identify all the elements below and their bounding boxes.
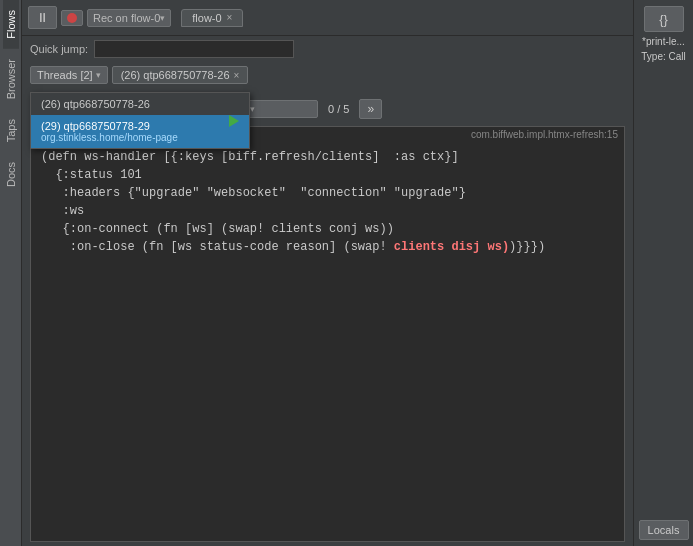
toolbar: ⏸ Rec on flow-0 ▾ flow-0 × bbox=[22, 0, 633, 36]
threads-arrow: ▾ bbox=[96, 70, 101, 80]
sidebar-tab-flows[interactable]: Flows bbox=[3, 0, 19, 49]
thread-popup-item-1[interactable]: (26) qtp668750778-26 bbox=[31, 93, 249, 115]
braces-icon: {} bbox=[659, 12, 668, 27]
flow-tab-label: flow-0 bbox=[192, 12, 221, 24]
quick-jump-label: Quick jump: bbox=[30, 43, 88, 55]
thread-popup-item-2[interactable]: (29) qtp668750778-29 org.stinkless.home/… bbox=[31, 115, 249, 148]
braces-icon-btn[interactable]: {} bbox=[644, 6, 684, 32]
page-separator: / bbox=[337, 103, 340, 115]
sidebar-tab-taps[interactable]: Taps bbox=[3, 109, 19, 152]
flow-tab-close[interactable]: × bbox=[227, 12, 233, 23]
rec-dropdown-arrow: ▾ bbox=[160, 13, 165, 23]
rec-icon bbox=[67, 13, 77, 23]
identity-arrow: ▾ bbox=[250, 104, 255, 114]
thread-tag-label: (26) qtp668750778-26 bbox=[121, 69, 230, 81]
quick-jump-input[interactable] bbox=[94, 40, 294, 58]
flow-tab[interactable]: flow-0 × bbox=[181, 9, 243, 27]
threads-area: Threads [2] ▾ (26) qtp668750778-26 × (26… bbox=[22, 62, 633, 88]
print-label: *print-le... bbox=[642, 36, 685, 47]
type-label: Type: Call bbox=[641, 51, 685, 62]
tab-bar: flow-0 × bbox=[181, 9, 243, 27]
locals-button[interactable]: Locals bbox=[639, 520, 689, 540]
rec-dropdown[interactable]: Rec on flow-0 ▾ bbox=[87, 9, 171, 27]
thread-item-2-label: (29) qtp668750778-29 bbox=[41, 120, 150, 132]
rec-label: Rec on flow-0 bbox=[93, 12, 160, 24]
thread-popup: (26) qtp668750778-26 (29) qtp668750778-2… bbox=[30, 92, 250, 149]
pause-button[interactable]: ⏸ bbox=[28, 6, 57, 29]
sidebar: Flows Browser Taps Docs bbox=[0, 0, 22, 546]
code-highlight: clients disj ws) bbox=[394, 240, 509, 254]
threads-dropdown[interactable]: Threads [2] ▾ bbox=[30, 66, 108, 84]
threads-row: Threads [2] ▾ (26) qtp668750778-26 × bbox=[30, 66, 625, 84]
sidebar-tab-browser[interactable]: Browser bbox=[3, 49, 19, 109]
thread-item-1-label: (26) qtp668750778-26 bbox=[41, 98, 150, 110]
threads-label: Threads [2] bbox=[37, 69, 93, 81]
rec-icon-button[interactable] bbox=[61, 10, 83, 26]
main-area: ⏸ Rec on flow-0 ▾ flow-0 × Quick jump: T… bbox=[22, 0, 633, 546]
page-total: 5 bbox=[343, 103, 349, 115]
sidebar-tab-docs[interactable]: Docs bbox=[3, 152, 19, 197]
thread-item-2-sub: org.stinkless.home/home-page bbox=[41, 132, 239, 143]
quick-jump-bar: Quick jump: bbox=[22, 36, 633, 62]
page-current: 0 bbox=[328, 103, 334, 115]
code-area: com.biffweb.impl.htmx-refresh:15 (defn w… bbox=[30, 126, 625, 542]
thread-tag-close[interactable]: × bbox=[234, 70, 240, 81]
right-panel: {} *print-le... Type: Call Locals bbox=[633, 0, 693, 546]
code-content: (defn ws-handler [{:keys [biff.refresh/c… bbox=[31, 142, 624, 262]
play-icon bbox=[229, 115, 239, 129]
nav-last-btn[interactable]: » bbox=[359, 99, 382, 119]
thread-active-tag[interactable]: (26) qtp668750778-26 × bbox=[112, 66, 249, 84]
page-indicator: 0 / 5 bbox=[322, 101, 355, 117]
